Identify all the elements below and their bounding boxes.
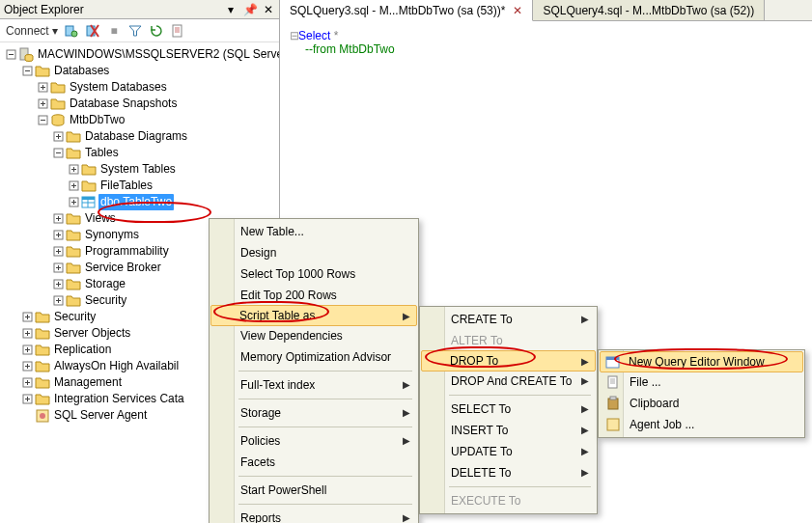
menu-alter-to: ALTER To bbox=[422, 330, 595, 351]
connect-icon[interactable] bbox=[64, 23, 79, 39]
close-icon[interactable]: ✕ bbox=[262, 3, 275, 16]
selected-table: dbo.TableTwo bbox=[98, 194, 174, 210]
submenu-arrow-icon: ▶ bbox=[581, 467, 589, 478]
menu-select-to[interactable]: SELECT To▶ bbox=[422, 399, 595, 420]
clipboard-icon bbox=[605, 396, 621, 411]
pin-icon[interactable]: 📌 bbox=[243, 3, 257, 16]
folder-icon bbox=[66, 146, 81, 161]
menu-drop-create-to[interactable]: DROP And CREATE To▶ bbox=[422, 371, 595, 392]
tree-server-node[interactable]: MACWINDOWS\MSSQLSERVER2 (SQL Serve bbox=[4, 46, 279, 63]
tree-item[interactable]: System Databases bbox=[35, 79, 279, 96]
menu-edit-top[interactable]: Edit Top 200 Rows bbox=[211, 285, 416, 306]
server-icon bbox=[18, 47, 34, 63]
menu-insert-to[interactable]: INSERT To▶ bbox=[422, 420, 595, 441]
expand-icon[interactable] bbox=[21, 394, 33, 405]
dropdown-icon[interactable]: ▾ bbox=[224, 3, 238, 16]
filter-icon[interactable] bbox=[127, 23, 143, 39]
tree-tables[interactable]: Tables bbox=[50, 145, 279, 161]
menu-design[interactable]: Design bbox=[211, 242, 416, 263]
expand-icon[interactable] bbox=[52, 279, 64, 290]
menu-fulltext[interactable]: Full-Text index▶ bbox=[211, 374, 416, 396]
table-icon bbox=[81, 195, 97, 210]
menu-new-query-window[interactable]: New Query Editor Window bbox=[600, 351, 803, 372]
collapse-icon[interactable] bbox=[21, 66, 33, 77]
panel-titlebar: Object Explorer ▾ 📌 ✕ bbox=[0, 0, 279, 19]
stop-icon[interactable]: ■ bbox=[106, 23, 122, 39]
expand-icon[interactable] bbox=[68, 180, 79, 192]
collapse-icon[interactable] bbox=[37, 115, 48, 126]
expand-icon[interactable] bbox=[37, 82, 48, 94]
menu-new-table[interactable]: New Table... bbox=[211, 221, 416, 242]
menu-clipboard[interactable]: Clipboard bbox=[601, 393, 802, 414]
submenu-arrow-icon: ▶ bbox=[581, 314, 589, 324]
tree-db[interactable]: MtbDbTwo bbox=[35, 112, 279, 128]
submenu-arrow-icon: ▶ bbox=[581, 403, 589, 414]
svg-rect-24 bbox=[610, 397, 616, 399]
menu-mem-opt[interactable]: Memory Optimization Advisor bbox=[211, 346, 416, 368]
expand-icon[interactable] bbox=[21, 312, 33, 323]
tree-item[interactable]: Database Diagrams bbox=[50, 128, 279, 145]
expand-icon[interactable] bbox=[68, 197, 79, 208]
tree-item[interactable]: System Tables bbox=[66, 161, 279, 178]
menu-script-table[interactable]: Script Table as▶ bbox=[210, 305, 417, 326]
context-menu-2: CREATE To▶ ALTER To DROP To▶ DROP And CR… bbox=[419, 306, 598, 514]
folder-icon bbox=[35, 343, 50, 358]
disconnect-icon[interactable] bbox=[85, 23, 100, 39]
tab-inactive[interactable]: SQLQuery4.sql - M...MtbDbTwo (sa (52)) bbox=[533, 0, 765, 20]
menu-delete-to[interactable]: DELETE To▶ bbox=[422, 462, 595, 483]
submenu-arrow-icon: ▶ bbox=[403, 379, 410, 390]
menu-policies[interactable]: Policies▶ bbox=[211, 430, 416, 452]
submenu-arrow-icon: ▶ bbox=[403, 407, 410, 418]
expand-icon[interactable] bbox=[52, 131, 64, 143]
menu-reports[interactable]: Reports▶ bbox=[211, 508, 416, 523]
menu-powershell[interactable]: Start PowerShell bbox=[211, 480, 416, 501]
connect-button[interactable]: Connect ▾ bbox=[6, 24, 58, 38]
menu-storage[interactable]: Storage▶ bbox=[211, 402, 416, 424]
expand-icon[interactable] bbox=[52, 230, 64, 241]
menu-agent-job[interactable]: Agent Job ... bbox=[601, 414, 802, 435]
tree-item[interactable]: Database Snapshots bbox=[35, 96, 279, 112]
tree-item[interactable]: FileTables bbox=[66, 178, 279, 194]
separator bbox=[238, 476, 412, 477]
collapse-icon[interactable] bbox=[6, 49, 16, 61]
database-icon bbox=[50, 113, 66, 128]
svg-rect-17 bbox=[173, 25, 182, 37]
expand-icon[interactable] bbox=[52, 262, 64, 274]
expand-icon[interactable] bbox=[52, 246, 64, 258]
tab-close-icon[interactable]: ✕ bbox=[513, 4, 522, 17]
expand-icon[interactable] bbox=[68, 164, 79, 176]
expand-icon[interactable] bbox=[52, 213, 64, 225]
expand-icon[interactable] bbox=[37, 98, 48, 110]
svg-rect-23 bbox=[608, 399, 618, 409]
folder-icon bbox=[35, 310, 50, 325]
folder-icon bbox=[66, 211, 81, 227]
expand-icon[interactable] bbox=[21, 344, 33, 356]
separator bbox=[449, 486, 591, 487]
folder-icon bbox=[50, 80, 66, 96]
menu-drop-to[interactable]: DROP To▶ bbox=[421, 350, 596, 372]
svg-rect-25 bbox=[607, 419, 619, 430]
refresh-icon[interactable] bbox=[149, 23, 164, 39]
context-menu-3: New Query Editor Window File ... Clipboa… bbox=[598, 349, 805, 438]
expand-icon[interactable] bbox=[52, 295, 64, 307]
code-fold-icon[interactable]: ⊟ bbox=[290, 29, 298, 42]
expand-icon[interactable] bbox=[21, 328, 33, 340]
code-editor[interactable]: ⊟Select * --from MtbDbTwo bbox=[280, 21, 812, 56]
folder-icon bbox=[35, 359, 50, 374]
menu-select-top[interactable]: Select Top 1000 Rows bbox=[211, 263, 416, 285]
tree-databases[interactable]: Databases bbox=[19, 63, 279, 79]
menu-facets[interactable]: Facets bbox=[211, 452, 416, 473]
menu-update-to[interactable]: UPDATE To▶ bbox=[422, 441, 595, 462]
tree-table-two[interactable]: dbo.TableTwo bbox=[66, 194, 279, 210]
menu-create-to[interactable]: CREATE To▶ bbox=[422, 309, 595, 330]
svg-rect-21 bbox=[606, 357, 619, 360]
script-icon[interactable] bbox=[170, 23, 185, 39]
svg-point-13 bbox=[71, 31, 77, 37]
collapse-icon[interactable] bbox=[52, 148, 64, 159]
menu-file[interactable]: File ... bbox=[601, 372, 802, 393]
expand-icon[interactable] bbox=[21, 361, 33, 372]
tab-active[interactable]: SQLQuery3.sql - M...MtbDbTwo (sa (53))*✕ bbox=[280, 0, 533, 21]
menu-view-deps[interactable]: View Dependencies bbox=[211, 325, 416, 346]
agent-job-icon bbox=[605, 417, 621, 432]
expand-icon[interactable] bbox=[21, 377, 33, 389]
